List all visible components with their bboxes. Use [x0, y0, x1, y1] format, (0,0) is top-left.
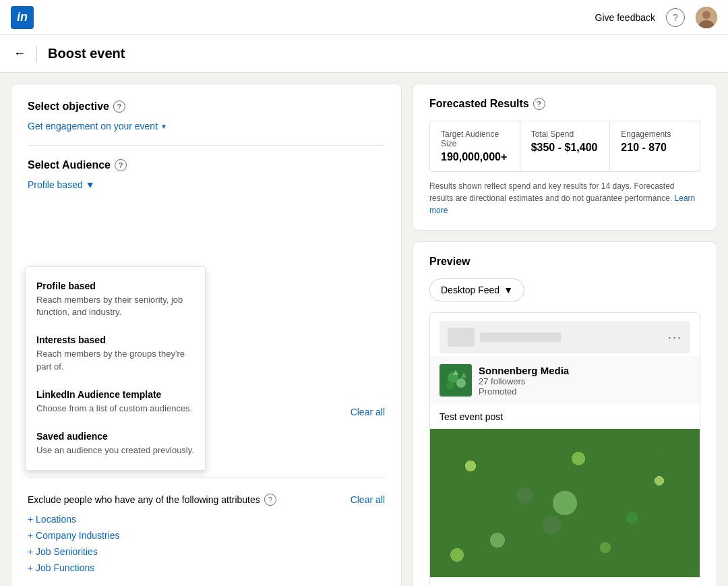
dropdown-item-desc-1: Reach members by their seniority, job fu… — [36, 294, 194, 318]
preview-card: Preview Desktop Feed ▼ ··· — [413, 241, 717, 586]
main-layout: Select objective ? Get engagement on you… — [0, 73, 728, 586]
header-divider — [36, 46, 37, 62]
add-locations-button[interactable]: + Locations — [28, 514, 76, 525]
dropdown-item-linkedin-template[interactable]: LinkedIn Audience template Choose from a… — [26, 381, 205, 423]
forecasted-info-icon[interactable]: ? — [533, 98, 545, 110]
ad-header: Sonnenberg Media 27 followers Promoted — [430, 356, 700, 405]
dropdown-item-title-4: Saved audience — [36, 431, 194, 442]
nav-left: in — [11, 6, 34, 29]
help-icon[interactable]: ? — [666, 8, 685, 27]
metric-total-spend: Total Spend $350 - $1,400 — [520, 121, 611, 171]
svg-point-6 — [446, 382, 454, 390]
add-company-industries-button[interactable]: + Company Industries — [28, 530, 120, 541]
forecasted-card: Forecasted Results ? Target Audience Siz… — [413, 84, 717, 231]
objective-link-text: Get engagement on your event — [28, 121, 158, 131]
avatar[interactable] — [696, 7, 717, 28]
metric-audience-value: 190,000,000+ — [441, 151, 509, 163]
add-locations-label: + Locations — [28, 514, 76, 525]
dropdown-item-title-1: Profile based — [36, 281, 194, 291]
exclude-section: Exclude people who have any of the follo… — [28, 494, 385, 573]
back-button[interactable]: ← — [13, 47, 26, 61]
ad-preview: ··· — [429, 312, 700, 586]
select-audience-section: Select Audience ? — [28, 159, 385, 171]
ad-footer: Fri, Jul 15, 10:00 AM - 11:00 AM EDT Tes… — [430, 577, 700, 586]
dropdown-item-title-2: Interests based — [36, 334, 194, 345]
dropdown-item-profile-based[interactable]: Profile based Reach members by their sen… — [26, 272, 205, 326]
page-title: Boost event — [48, 46, 125, 61]
include-clear-all-button[interactable]: Clear all — [351, 407, 385, 417]
ad-image — [430, 429, 700, 577]
metric-engagements-label: Engagements — [621, 129, 689, 139]
company-followers: 27 followers — [479, 376, 569, 386]
linkedin-logo: in — [11, 6, 34, 29]
ad-menu-dots[interactable]: ··· — [668, 330, 682, 345]
select-objective-section: Select objective ? — [28, 100, 385, 113]
audience-label: Select Audience — [28, 159, 111, 171]
add-job-seniorities-label: + Job Seniorities — [28, 546, 98, 557]
forecasted-note: Results shown reflect spend and key resu… — [429, 180, 700, 216]
dropdown-item-desc-3: Choose from a list of custom audiences. — [36, 403, 194, 415]
exclude-info-icon[interactable]: ? — [264, 494, 276, 506]
section-divider — [28, 145, 385, 146]
top-navigation: in Give feedback ? — [0, 0, 728, 35]
exclude-divider — [28, 477, 385, 477]
ad-header-left: Sonnenberg Media 27 followers Promoted — [439, 364, 569, 397]
feed-dropdown-button[interactable]: Desktop Feed ▼ — [429, 279, 524, 301]
exclude-label: Exclude people who have any of the follo… — [28, 494, 260, 505]
left-panel: Select objective ? Get engagement on you… — [11, 84, 402, 586]
give-feedback-button[interactable]: Give feedback — [595, 12, 656, 23]
exclude-attributes-title: Exclude people who have any of the follo… — [28, 494, 276, 506]
company-logo-icon — [439, 364, 472, 397]
objective-dropdown-arrow: ▼ — [160, 123, 167, 130]
metric-spend-value: $350 - $1,400 — [531, 142, 599, 154]
metric-spend-label: Total Spend — [531, 129, 599, 139]
dropdown-item-desc-4: Use an audience you created previously. — [36, 444, 194, 457]
feed-dropdown-arrow: ▼ — [504, 285, 513, 295]
add-job-seniorities-button[interactable]: + Job Seniorities — [28, 546, 98, 557]
svg-point-1 — [702, 11, 710, 19]
objective-link[interactable]: Get engagement on your event ▼ — [28, 121, 385, 131]
audience-info-icon[interactable]: ? — [115, 159, 127, 171]
right-panel: Forecasted Results ? Target Audience Siz… — [413, 84, 717, 586]
ad-promoted-label: Promoted — [479, 386, 569, 397]
ad-post-text: Test event post — [430, 405, 700, 429]
audience-dropdown-button[interactable]: Profile based ▼ — [28, 179, 95, 190]
exclude-clear-all-button[interactable]: Clear all — [351, 494, 385, 505]
metric-audience-label: Target Audience Size — [441, 129, 509, 148]
add-job-functions-label: + Job Functions — [28, 562, 94, 573]
ad-company-info: Sonnenberg Media 27 followers Promoted — [479, 365, 569, 397]
feed-option-label: Desktop Feed — [441, 285, 499, 295]
forecasted-note-text: Results shown reflect spend and key resu… — [429, 181, 675, 203]
page-header: ← Boost event — [0, 35, 728, 73]
preview-title: Preview — [429, 256, 700, 268]
metric-engagements: Engagements 210 - 870 — [610, 121, 700, 171]
company-name: Sonnenberg Media — [479, 365, 569, 376]
audience-dropdown-arrow: ▼ — [86, 179, 95, 190]
svg-point-5 — [456, 378, 466, 388]
audience-selected-value: Profile based — [28, 179, 83, 190]
objective-info-icon[interactable]: ? — [113, 100, 125, 113]
metric-engagements-value: 210 - 870 — [621, 142, 689, 154]
dropdown-item-interests-based[interactable]: Interests based Reach members by the gro… — [26, 326, 205, 380]
dropdown-item-desc-2: Reach members by the groups they're part… — [36, 348, 194, 372]
dropdown-item-saved-audience[interactable]: Saved audience Use an audience you creat… — [26, 423, 205, 465]
objective-label: Select objective — [28, 100, 109, 113]
exclude-attributes-header: Exclude people who have any of the follo… — [28, 494, 385, 506]
add-company-industries-label: + Company Industries — [28, 530, 120, 541]
nav-right: Give feedback ? — [595, 7, 718, 28]
add-job-functions-button[interactable]: + Job Functions — [28, 562, 94, 573]
forecasted-title-text: Forecasted Results — [429, 98, 529, 110]
metric-audience-size: Target Audience Size 190,000,000+ — [430, 121, 520, 171]
audience-dropdown-menu: Profile based Reach members by their sen… — [25, 266, 206, 471]
metrics-row: Target Audience Size 190,000,000+ Total … — [429, 121, 700, 172]
forecasted-title: Forecasted Results ? — [429, 98, 700, 110]
dropdown-item-title-3: LinkedIn Audience template — [36, 389, 194, 400]
